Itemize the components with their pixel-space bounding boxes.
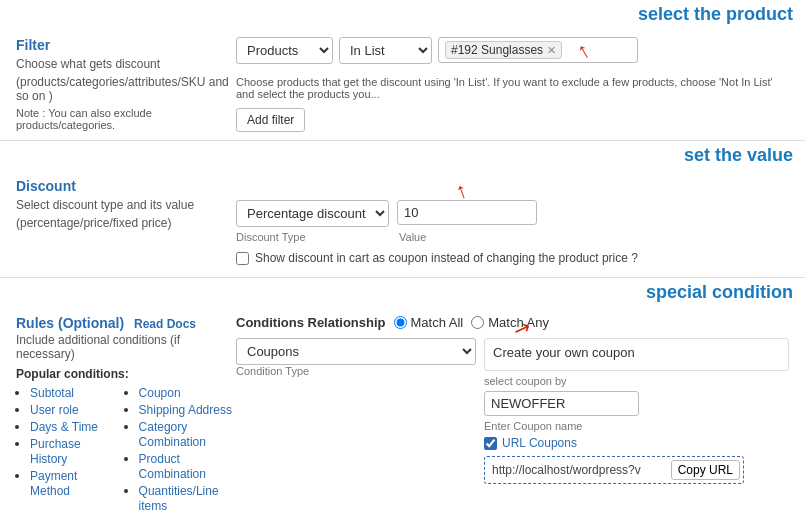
- url-coupons-label: URL Coupons: [502, 436, 577, 450]
- match-all-radio[interactable]: [394, 316, 407, 329]
- special-condition-arrow: ↗: [510, 314, 534, 342]
- cond-subtotal[interactable]: Subtotal: [30, 386, 74, 400]
- cond-product-combination[interactable]: Product Combination: [139, 452, 206, 481]
- filter-tag-input[interactable]: #192 Sunglasses ✕: [438, 37, 638, 63]
- discount-type-label: Discount Type: [236, 231, 391, 243]
- cond-payment-method[interactable]: Payment Method: [30, 469, 77, 498]
- condition-right: ↗ Create your own coupon select coupon b…: [484, 338, 789, 484]
- cond-quantities[interactable]: Quantities/Line items: [139, 484, 219, 513]
- cond-days-time[interactable]: Days & Time: [30, 420, 98, 434]
- filter-type-dropdown[interactable]: Products Categories Attributes SKU: [236, 37, 333, 64]
- discount-value-label: Value: [399, 231, 426, 243]
- enter-coupon-label: Enter Coupon name: [484, 420, 789, 432]
- discount-desc: Select discount type and its value: [16, 198, 236, 212]
- conditions-panel: Conditions Relationship Match All Match …: [236, 315, 789, 523]
- condition-type-field-label: Condition Type: [236, 365, 476, 377]
- copy-url-button[interactable]: Copy URL: [671, 460, 740, 480]
- show-as-coupon-label: Show discount in cart as coupon instead …: [255, 251, 638, 265]
- filter-desc: Choose what gets discount: [16, 57, 236, 71]
- show-as-coupon-checkbox[interactable]: [236, 252, 249, 265]
- conditions-rel-label: Conditions Relationship: [236, 315, 386, 330]
- match-any-radio[interactable]: [471, 316, 484, 329]
- rules-desc: Include additional conditions (if necess…: [16, 333, 236, 361]
- rules-left-panel: Rules (Optional) Read Docs Include addit…: [16, 315, 236, 523]
- conditions-col2: Coupon Shipping Address Category Combina…: [125, 385, 236, 515]
- filter-desc2: (products/categories/attributes/SKU and …: [16, 75, 236, 103]
- set-value-annotation: set the value: [684, 145, 793, 166]
- discount-left-panel: Discount Select discount type and its va…: [16, 178, 236, 265]
- create-coupon-label: Create your own coupon: [493, 345, 780, 360]
- url-row: http://localhost/wordpress?v Copy URL: [484, 456, 744, 484]
- url-text: http://localhost/wordpress?v: [488, 461, 671, 479]
- filter-note: Note : You can also exclude products/cat…: [16, 107, 236, 131]
- select-coupon-by-label: select coupon by: [484, 375, 789, 387]
- match-all-text: Match All: [411, 315, 464, 330]
- match-all-label[interactable]: Match All: [394, 315, 464, 330]
- discount-desc2: (percentage/price/fixed price): [16, 216, 236, 230]
- filter-list-dropdown[interactable]: In List Not In List: [339, 37, 432, 64]
- tag-close-icon[interactable]: ✕: [547, 44, 556, 57]
- select-product-annotation: select the product: [638, 4, 793, 25]
- cond-coupon[interactable]: Coupon: [139, 386, 181, 400]
- filter-right-panel: Products Categories Attributes SKU In Li…: [236, 37, 789, 132]
- condition-type-dropdown[interactable]: Coupons Subtotal User role Days & Time: [236, 338, 476, 365]
- filter-title: Filter: [16, 37, 236, 53]
- cond-purchase-history[interactable]: Purchase History: [30, 437, 81, 466]
- cond-category-combination[interactable]: Category Combination: [139, 420, 206, 449]
- discount-right-panel: ↑ Percentage discount Fixed price Price …: [236, 178, 789, 265]
- filter-hint: Choose products that get the discount us…: [236, 76, 789, 100]
- cond-shipping-address[interactable]: Shipping Address: [139, 403, 232, 417]
- conditions-col1: Subtotal User role Days & Time Purchase …: [16, 385, 105, 515]
- discount-title: Discount: [16, 178, 236, 194]
- special-condition-annotation: special condition: [646, 282, 793, 303]
- filter-tag: #192 Sunglasses ✕: [445, 41, 562, 59]
- read-docs-link[interactable]: Read Docs: [134, 317, 196, 331]
- add-filter-button[interactable]: Add filter: [236, 108, 305, 132]
- cond-user-role[interactable]: User role: [30, 403, 79, 417]
- discount-value-input[interactable]: [397, 200, 537, 225]
- coupon-name-input[interactable]: [484, 391, 639, 416]
- discount-type-dropdown[interactable]: Percentage discount Fixed price Price di…: [236, 200, 389, 227]
- rules-title: Rules (Optional) Read Docs: [16, 315, 236, 331]
- popular-conditions: Popular conditions: Subtotal User role D…: [16, 367, 236, 515]
- filter-left-panel: Filter Choose what gets discount (produc…: [16, 37, 236, 132]
- match-any-label[interactable]: Match Any: [471, 315, 549, 330]
- url-coupons-checkbox[interactable]: [484, 437, 497, 450]
- popular-conditions-title: Popular conditions:: [16, 367, 236, 381]
